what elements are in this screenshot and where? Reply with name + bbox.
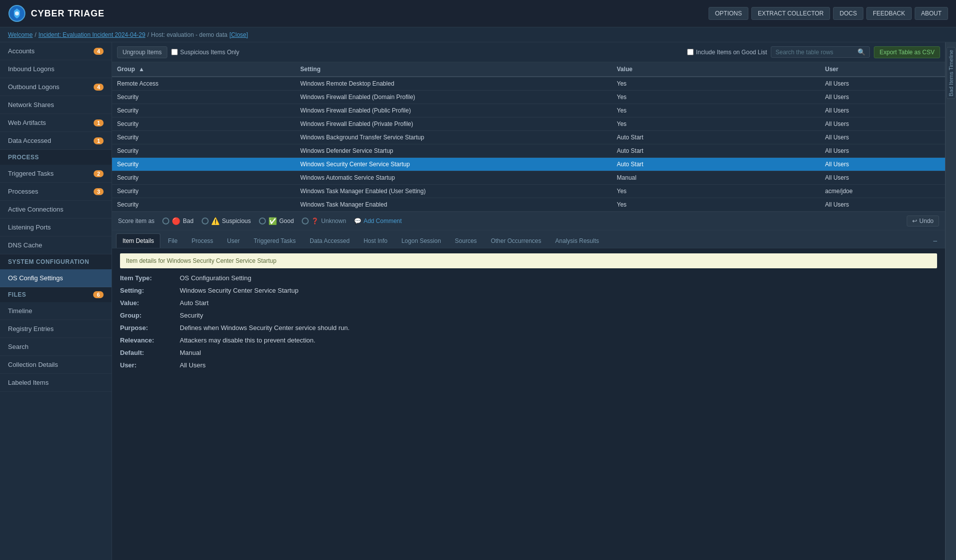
detail-field-label: Relevance: [120, 336, 180, 344]
tab-process[interactable]: Process [185, 233, 220, 248]
cell-value: Auto Start [612, 158, 820, 171]
good-radio[interactable] [259, 218, 266, 224]
cell-user: All Users [820, 131, 945, 144]
undo-button[interactable]: ↩ Undo [907, 216, 939, 226]
detail-field-value: Security [180, 312, 203, 319]
search-input[interactable] [775, 49, 855, 56]
sidebar-item-search[interactable]: Search [0, 338, 112, 356]
sidebar-section-files: Files 6 [0, 287, 112, 302]
detail-field-value: Windows Security Center Service Startup [180, 287, 298, 294]
cell-user: All Users [820, 91, 945, 104]
tab-host-info[interactable]: Host Info [357, 233, 394, 248]
table-row[interactable]: Security Windows Firewall Enabled (Publi… [112, 104, 945, 117]
tab-data-accessed[interactable]: Data Accessed [303, 233, 356, 248]
export-csv-button[interactable]: Export Table as CSV [874, 46, 940, 58]
feedback-button[interactable]: FEEDBACK [866, 7, 912, 20]
cell-group: Security [112, 144, 295, 158]
include-good-list-checkbox[interactable]: Include Items on Good List [687, 49, 767, 56]
col-group[interactable]: Group ▲ [112, 62, 295, 77]
bad-radio[interactable] [162, 218, 169, 224]
table-row[interactable]: Security Windows Defender Service Startu… [112, 144, 945, 158]
tab-item-details[interactable]: Item Details [116, 233, 160, 248]
sidebar-item-network-shares[interactable]: Network Shares [0, 96, 112, 114]
sidebar-item-dns-cache[interactable]: DNS Cache [0, 236, 112, 254]
score-bar: Score item as 🔴 Bad ⚠️ Suspicious ✅ Good… [112, 212, 945, 230]
config-table: Group ▲ Setting Value User Remote Access… [112, 62, 945, 212]
search-box: 🔍 [771, 46, 870, 58]
breadcrumb-close[interactable]: [Close] [230, 31, 248, 38]
cell-setting: Windows Security Center Service Startup [295, 158, 612, 171]
docs-button[interactable]: DOCS [833, 7, 863, 20]
table-row[interactable]: Security Windows Automatic Service Start… [112, 171, 945, 185]
sidebar-item-active-connections[interactable]: Active Connections [0, 201, 112, 219]
data-table-container: Group ▲ Setting Value User Remote Access… [112, 62, 945, 212]
cell-user: acme/jdoe [820, 185, 945, 198]
options-button[interactable]: OPTIONS [709, 7, 748, 20]
table-row[interactable]: Remote Access Windows Remote Desktop Ena… [112, 77, 945, 91]
search-icon: 🔍 [857, 48, 865, 56]
suspicious-only-checkbox[interactable]: Suspicious Items Only [171, 49, 239, 56]
sidebar-item-web-artifacts[interactable]: Web Artifacts 1 [0, 114, 112, 132]
tab-analysis-results[interactable]: Analysis Results [549, 233, 605, 248]
unknown-icon: ❓ [311, 218, 319, 224]
table-row[interactable]: Security Windows Firewall Enabled (Domai… [112, 91, 945, 104]
tab-sources[interactable]: Sources [449, 233, 483, 248]
score-bad-option[interactable]: 🔴 Bad [162, 217, 193, 225]
sidebar-item-outbound-logons[interactable]: Outbound Logons 4 [0, 78, 112, 96]
cell-user: All Users [820, 171, 945, 185]
ungroup-items-button[interactable]: Ungroup Items [117, 46, 167, 58]
detail-field-row: Purpose: Defines when Windows Security C… [120, 324, 937, 332]
detail-field-row: Relevance: Attackers may disable this to… [120, 336, 937, 344]
table-row[interactable]: Security Windows Task Manager Enabled Ye… [112, 198, 945, 212]
sidebar-item-os-config[interactable]: OS Config Settings [0, 269, 112, 287]
col-setting[interactable]: Setting [295, 62, 612, 77]
unknown-radio[interactable] [302, 218, 309, 224]
sidebar-item-data-accessed[interactable]: Data Accessed 1 [0, 132, 112, 150]
score-unknown-option[interactable]: ❓ Unknown [302, 218, 346, 224]
tab-user[interactable]: User [221, 233, 246, 248]
tab-other-occurrences[interactable]: Other Occurrences [484, 233, 548, 248]
sidebar-item-registry-entries[interactable]: Registry Entries [0, 320, 112, 338]
score-suspicious-option[interactable]: ⚠️ Suspicious [202, 217, 251, 225]
breadcrumb-incident[interactable]: Incident: Evaluation Incident 2024-04-29 [38, 31, 145, 38]
detail-field-row: Setting: Windows Security Center Service… [120, 287, 937, 294]
sidebar-section-system-config: System Configuration [0, 254, 112, 269]
app-header: CYBER TRIAGE OPTIONS EXTRACT COLLECTOR D… [0, 0, 956, 27]
breadcrumb-host: Host: evaluation - demo data [151, 31, 227, 38]
add-comment-button[interactable]: 💬 Add Comment [354, 218, 402, 224]
suspicious-radio[interactable] [202, 218, 209, 224]
web-artifacts-badge: 1 [94, 119, 104, 126]
sidebar-item-labeled-items[interactable]: Labeled Items [0, 374, 112, 392]
col-user[interactable]: User [820, 62, 945, 77]
detail-field-value: OS Configuration Setting [180, 274, 251, 282]
sidebar-item-inbound-logons[interactable]: Inbound Logons [0, 60, 112, 78]
cell-group: Security [112, 158, 295, 171]
sidebar-item-processes[interactable]: Processes 3 [0, 183, 112, 201]
cell-setting: Windows Remote Desktop Enabled [295, 77, 612, 91]
cell-group: Security [112, 198, 295, 212]
tab-logon-session[interactable]: Logon Session [395, 233, 447, 248]
score-good-option[interactable]: ✅ Good [259, 217, 294, 225]
table-row[interactable]: Security Windows Firewall Enabled (Priva… [112, 117, 945, 131]
bad-items-timeline-label[interactable]: Bad Items Timeline [947, 47, 956, 99]
sidebar: Accounts 4 Inbound Logons Outbound Logon… [0, 42, 112, 560]
tab-triggered-tasks[interactable]: Triggered Tasks [247, 233, 302, 248]
app-logo-icon [8, 4, 26, 22]
sidebar-item-collection-details[interactable]: Collection Details [0, 356, 112, 374]
sidebar-item-accounts[interactable]: Accounts 4 [0, 42, 112, 60]
detail-header: Item details for Windows Security Center… [120, 253, 937, 268]
sidebar-item-triggered-tasks[interactable]: Triggered Tasks 2 [0, 165, 112, 183]
sidebar-item-timeline[interactable]: Timeline [0, 302, 112, 320]
cell-value: Yes [612, 91, 820, 104]
tab-file[interactable]: File [161, 233, 184, 248]
detail-panel-close[interactable]: – [929, 233, 941, 248]
table-row[interactable]: Security Windows Task Manager Enabled (U… [112, 185, 945, 198]
cell-setting: Windows Task Manager Enabled [295, 198, 612, 212]
col-value[interactable]: Value [612, 62, 820, 77]
about-button[interactable]: ABOUT [915, 7, 948, 20]
table-row[interactable]: Security Windows Security Center Service… [112, 158, 945, 171]
table-row[interactable]: Security Windows Background Transfer Ser… [112, 131, 945, 144]
extract-collector-button[interactable]: EXTRACT COLLECTOR [751, 7, 830, 20]
sidebar-item-listening-ports[interactable]: Listening Ports [0, 219, 112, 236]
breadcrumb-welcome[interactable]: Welcome [8, 31, 33, 38]
